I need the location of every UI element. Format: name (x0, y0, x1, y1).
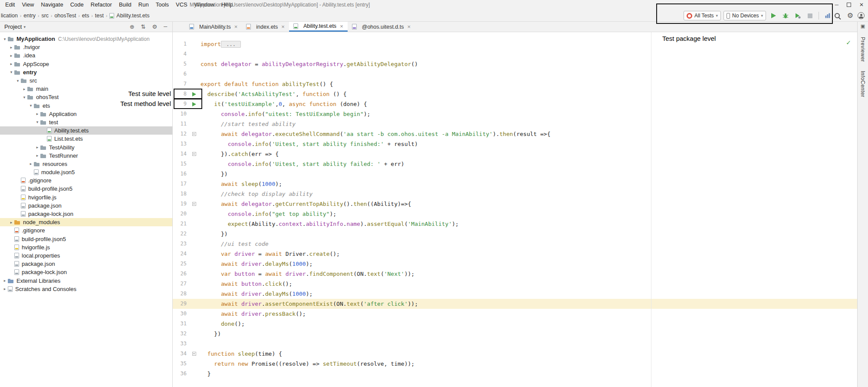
inspections-ok-icon[interactable]: ✓ (846, 39, 851, 46)
close-tab-icon[interactable]: × (281, 23, 285, 30)
menu-edit[interactable]: Edit (2, 0, 18, 10)
tree-toggle-icon[interactable]: ▾ (2, 37, 8, 41)
run-test-gutter-icon[interactable] (192, 102, 196, 106)
code-line-1[interactable]: 1import ... (173, 39, 857, 49)
tree-item-appscope[interactable]: ▸AppScope (0, 60, 172, 68)
code-line-28[interactable]: 28 await driver.delayMs(1000); (173, 289, 857, 299)
code-line-7[interactable]: 7export default function abilityTest() { (173, 79, 857, 89)
fold-icon[interactable] (192, 152, 196, 156)
breadcrumb-item-test[interactable]: test (94, 13, 105, 19)
tree-item-module-json5[interactable]: module.json5 (0, 168, 172, 176)
tree-toggle-icon[interactable]: ▾ (8, 70, 14, 74)
code-line-10[interactable]: 10 console.info("uitest: TestUiExample b… (173, 109, 857, 119)
fold-icon[interactable] (192, 132, 196, 136)
tree-item-application[interactable]: ▸Application (0, 110, 172, 118)
device-select[interactable]: No Devices ▾ (723, 11, 766, 20)
tree-toggle-icon[interactable]: ▸ (8, 45, 14, 50)
tree-item-hvigor[interactable]: ▸.hvigor (0, 43, 172, 51)
code-line-11[interactable]: 11 //start tested ability (173, 119, 857, 129)
fold-icon[interactable] (192, 202, 196, 206)
tree-item-idea[interactable]: ▸.idea (0, 51, 172, 60)
tree-item-external-libraries[interactable]: ▸External Libraries (0, 276, 172, 284)
code-line-16[interactable]: 16 }) (173, 169, 857, 179)
hide-panel-icon[interactable]: ─ (164, 23, 167, 30)
maximize-icon[interactable] (847, 3, 851, 7)
tree-item-hvigorfile-js[interactable]: hvigorfile.js (0, 193, 172, 202)
code-line-20[interactable]: 20 console.info("get top ability"); (173, 209, 857, 219)
tree-toggle-icon[interactable]: ▸ (21, 87, 27, 91)
fold-icon[interactable] (192, 352, 196, 356)
code-line-25[interactable]: 25 await driver.delayMs(1000); (173, 259, 857, 269)
tree-toggle-icon[interactable]: ▾ (34, 120, 40, 124)
minimize-icon[interactable]: ─ (835, 0, 838, 10)
breadcrumb-item-ability-test-ets[interactable]: Ability.test.ets (115, 13, 150, 19)
code-line-35[interactable]: 35 return new Promise((resolve) => setTi… (173, 359, 857, 369)
breadcrumb-item-ohostest[interactable]: ohosTest (53, 13, 77, 19)
tree-item-resources[interactable]: ▸resources (0, 160, 172, 168)
code-line-21[interactable]: 21 expect(Ability.context.abilityInfo.na… (173, 219, 857, 229)
run-test-gutter-icon[interactable] (192, 92, 196, 96)
menu-build[interactable]: Build (115, 0, 135, 10)
tree-item-ability-test-ets[interactable]: Ability.test.ets (0, 126, 172, 135)
avatar[interactable] (858, 12, 865, 19)
tree-item-entry[interactable]: ▾entry (0, 68, 172, 76)
breadcrumb-item-ets[interactable]: ets (81, 13, 90, 19)
code-line-15[interactable]: 15 console.info('Uitest, start ability f… (173, 159, 857, 169)
menu-refactor[interactable]: Refactor (87, 0, 115, 10)
tab-index-ets[interactable]: index.ets× (242, 22, 289, 32)
tool-button-previewer[interactable]: Previewer (860, 37, 866, 62)
tree-item-build-profile-json5[interactable]: build-profile.json5 (0, 235, 172, 243)
menu-run[interactable]: Run (135, 0, 152, 10)
code-line-5[interactable]: 5const delegator = abilityDelegatorRegis… (173, 59, 857, 69)
tree-toggle-icon[interactable]: ▸ (2, 278, 8, 283)
locate-file-icon[interactable]: ⊕ (130, 23, 135, 30)
code-line-12[interactable]: 12 await delegator.executeShellCommand('… (173, 129, 857, 139)
tab-ohos-uitest-d-ts[interactable]: @ohos.uitest.d.ts× (348, 22, 415, 32)
close-tab-icon[interactable]: × (234, 23, 238, 30)
tree-toggle-icon[interactable]: ▸ (8, 53, 14, 58)
menu-navigate[interactable]: Navigate (37, 0, 66, 10)
tree-toggle-icon[interactable]: ▸ (34, 145, 40, 149)
close-tab-icon[interactable]: × (340, 23, 343, 30)
tree-toggle-icon[interactable]: ▸ (8, 62, 14, 66)
tree-item-hvigorfile-js[interactable]: hvigorfile.js (0, 243, 172, 251)
code-line-22[interactable]: 22 }) (173, 229, 857, 239)
code-line-31[interactable]: 31 done(); (173, 319, 857, 329)
menu-code[interactable]: Code (67, 0, 87, 10)
project-view-selector[interactable]: Project (4, 23, 22, 30)
tree-toggle-icon[interactable]: ▾ (28, 103, 34, 108)
tool-button-infocenter[interactable]: InfoCenter (860, 71, 866, 97)
tree-item-package-lock-json[interactable]: package-lock.json (0, 210, 172, 218)
menu-vcs[interactable]: VCS (172, 0, 191, 10)
code-line-26[interactable]: 26 var button = await driver.findCompone… (173, 269, 857, 279)
code-line-29[interactable]: 29 await driver.assertComponentExist(ON.… (173, 299, 857, 309)
tree-item-local-properties[interactable]: local.properties (0, 251, 172, 260)
tree-item-package-lock-json[interactable]: package-lock.json (0, 268, 172, 276)
tree-item-scratches-and-consoles[interactable]: ▸Scratches and Consoles (0, 285, 172, 293)
tree-item-list-test-ets[interactable]: List.test.ets (0, 135, 172, 143)
code-line-27[interactable]: 27 await button.click(); (173, 279, 857, 289)
code-line-34[interactable]: 34 function sleep(time) { (173, 349, 857, 359)
code-line-17[interactable]: 17 await sleep(1000); (173, 179, 857, 189)
coverage-button[interactable] (793, 11, 802, 20)
collapse-all-icon[interactable]: ⇅ (141, 23, 146, 30)
code-line-33[interactable]: 33 (173, 339, 857, 349)
tab-mainability-ts[interactable]: MainAbility.ts× (185, 22, 242, 32)
tree-item-node-modules[interactable]: ▸node_modules (0, 218, 172, 226)
code-editor[interactable]: 1import ... 45const delegator = abilityD… (173, 32, 857, 387)
tree-toggle-icon[interactable]: ▸ (2, 287, 8, 291)
tree-toggle-icon[interactable]: ▸ (8, 220, 14, 225)
tree-item-testrunner[interactable]: ▸TestRunner (0, 152, 172, 160)
breadcrumb-item-src[interactable]: src (40, 13, 49, 19)
tree-toggle-icon[interactable]: ▸ (28, 162, 34, 166)
close-tab-icon[interactable]: × (407, 23, 411, 30)
code-line-9[interactable]: 9 it('testUiExample',0, async function (… (173, 99, 857, 109)
menu-tools[interactable]: Tools (152, 0, 172, 10)
tree-item-gitignore[interactable]: .gitignore (0, 176, 172, 185)
code-line-13[interactable]: 13 console.info('Uitest, start ability f… (173, 139, 857, 149)
code-line-4[interactable]: 4 (173, 49, 857, 59)
breadcrumb-item-entry[interactable]: entry (23, 13, 36, 19)
code-line-18[interactable]: 18 //check top display ability (173, 189, 857, 199)
settings-gear-icon[interactable]: ⚙ (847, 12, 853, 19)
code-line-8[interactable]: 8 describe('ActsAbilityTest', function (… (173, 89, 857, 99)
